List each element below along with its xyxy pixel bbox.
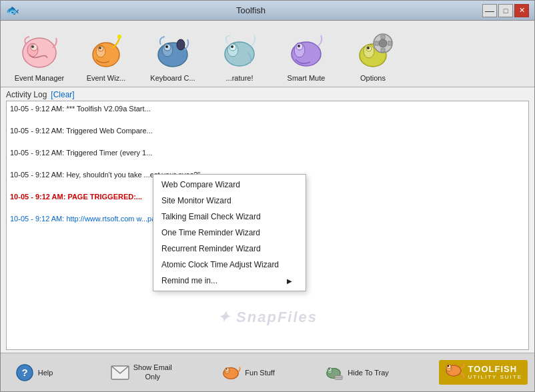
activity-log[interactable]: 10-05 - 9:12 AM: *** Toolfish V2.09a Sta…: [6, 101, 529, 350]
svg-point-48: [447, 365, 448, 367]
bottom-bar: ? Help Show EmailOnly: [1, 353, 534, 391]
options-label: Options: [360, 74, 386, 83]
help-icon: ?: [15, 363, 34, 382]
logo-main-text: TOOLFISH: [468, 365, 522, 373]
logo-fish-icon: [444, 362, 466, 383]
title-bar-icon: 🐟: [6, 4, 19, 17]
svg-point-8: [117, 35, 121, 39]
hide-to-tray-icon: [325, 363, 344, 382]
log-entry-3: 10-05 - 9:12 AM: Hey, shouldn't you take…: [10, 169, 525, 181]
logo-box: TOOLFISH UTILITY SUITE: [439, 360, 528, 385]
bottom-item-help[interactable]: ? Help: [7, 363, 61, 382]
log-entry-2: 10-05 - 9:12 AM: Triggered Timer (every …: [10, 147, 525, 159]
options-icon: [352, 31, 394, 73]
svg-text:?: ?: [21, 367, 27, 378]
svg-point-13: [177, 39, 185, 50]
keyboard-label: Keyboard C...: [150, 74, 195, 83]
minimize-button[interactable]: —: [482, 4, 497, 17]
title-bar-controls: — □ ✕: [482, 4, 529, 17]
event-manager-label: Event Manager: [15, 74, 65, 83]
fun-stuff-label: Fun Stuff: [245, 369, 274, 377]
svg-rect-26: [381, 49, 385, 52]
smart-mute-icon: [286, 31, 327, 73]
log-entry-5[interactable]: 10-05 - 9:12 AM: http://www.rtsoft.com w…: [10, 213, 525, 225]
screen-label: ...rature!: [226, 74, 253, 83]
close-button[interactable]: ✕: [514, 4, 529, 17]
toolbar-item-options[interactable]: Options: [340, 31, 406, 87]
svg-point-42: [329, 368, 330, 369]
toolbar-item-event-manager[interactable]: Event Manager: [6, 31, 73, 87]
log-entry-4: 10-05 - 9:12 AM: PAGE TRIGGERED:...: [10, 191, 525, 203]
svg-point-24: [379, 39, 387, 47]
keyboard-icon: [152, 31, 193, 73]
maximize-button[interactable]: □: [498, 4, 513, 17]
svg-rect-25: [381, 35, 385, 39]
toolbar-item-smart-mute[interactable]: Smart Mute: [273, 31, 340, 87]
event-manager-icon: [19, 31, 60, 73]
show-email-inner: Show EmailOnly: [111, 363, 172, 382]
svg-point-41: [328, 367, 332, 371]
window-title: Toolfish: [19, 5, 482, 15]
svg-point-21: [298, 45, 300, 47]
smart-mute-label: Smart Mute: [288, 74, 326, 83]
bottom-item-fun-stuff[interactable]: Fun Stuff: [222, 363, 276, 382]
toolbar-item-event-wizard[interactable]: Event Wiz...: [73, 31, 139, 87]
logo-text-block: TOOLFISH UTILITY SUITE: [468, 365, 522, 380]
toolfish-logo[interactable]: TOOLFISH UTILITY SUITE: [439, 360, 528, 385]
hide-to-tray-inner: Hide To Tray: [325, 363, 389, 382]
activity-clear-link[interactable]: [Clear]: [51, 90, 74, 99]
svg-point-3: [31, 45, 34, 48]
screen-icon: [219, 31, 260, 73]
svg-point-47: [447, 365, 451, 369]
fun-stuff-icon: [222, 363, 241, 382]
logo-sub-text: UTILITY SUITE: [468, 374, 522, 380]
event-wizard-icon: [85, 31, 127, 73]
help-inner: ? Help: [15, 363, 53, 382]
toolbar-item-screen[interactable]: ...rature!: [206, 31, 273, 87]
svg-rect-28: [388, 41, 392, 45]
svg-point-12: [165, 45, 168, 48]
svg-point-7: [99, 47, 101, 49]
event-wizard-label: Event Wiz...: [87, 74, 126, 83]
hide-to-tray-label: Hide To Tray: [348, 369, 389, 377]
fun-stuff-inner: Fun Stuff: [222, 363, 274, 382]
activity-header: Activity Log [Clear]: [6, 90, 529, 99]
svg-point-37: [225, 367, 229, 371]
toolbar-item-keyboard[interactable]: Keyboard C...: [139, 31, 206, 87]
help-label: Help: [38, 369, 53, 377]
show-email-icon: [111, 363, 129, 382]
main-content: Activity Log [Clear] 10-05 - 9:12 AM: **…: [1, 87, 534, 353]
main-window: 🐟 Toolfish — □ ✕ Event Manager: [0, 0, 535, 392]
bottom-item-show-email[interactable]: Show EmailOnly: [111, 363, 172, 382]
svg-point-38: [226, 368, 227, 369]
bottom-item-hide-to-tray[interactable]: Hide To Tray: [325, 363, 389, 382]
activity-section: Activity Log [Clear] 10-05 - 9:12 AM: **…: [1, 87, 534, 353]
log-entry-0: 10-05 - 9:12 AM: *** Toolfish V2.09a Sta…: [10, 103, 525, 115]
toolbar: Event Manager Event Wiz...: [1, 21, 534, 87]
show-email-label: Show EmailOnly: [133, 363, 172, 381]
log-entry-1: 10-05 - 9:12 AM: Triggered Web Compare..…: [10, 125, 525, 137]
svg-point-31: [367, 47, 370, 49]
svg-rect-27: [375, 41, 378, 45]
title-bar: 🐟 Toolfish — □ ✕: [1, 1, 534, 21]
svg-point-17: [231, 45, 233, 48]
activity-log-label: Activity Log: [6, 90, 47, 99]
